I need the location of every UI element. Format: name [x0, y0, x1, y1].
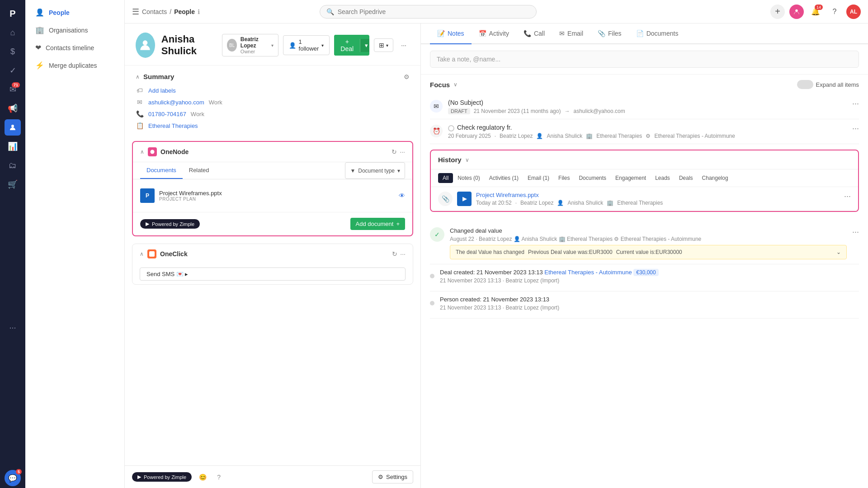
expand-icon[interactable]: ⌄ [836, 249, 841, 255]
avatar-icon[interactable] [789, 5, 804, 19]
deal-button-main[interactable]: + Deal [334, 35, 360, 56]
summary-chevron-icon[interactable]: ∧ [136, 74, 140, 80]
expand-toggle[interactable] [797, 80, 813, 89]
doc-name[interactable]: Project Wireframes.pptx [159, 190, 394, 197]
nav-organisations[interactable]: 🏢 Organisations [28, 22, 122, 38]
focus-email-more-icon[interactable]: ··· [852, 99, 859, 108]
oneclick-refresh-icon[interactable]: ↻ [392, 250, 397, 258]
sidebar-item-analytics[interactable]: 📊 [5, 138, 21, 155]
sidebar-item-marketplace[interactable]: 🛒 [5, 176, 21, 192]
sidebar-item-contacts[interactable] [5, 119, 21, 136]
sidebar-item-campaigns[interactable]: 📢 [5, 100, 21, 117]
add-button[interactable]: + [770, 5, 785, 19]
nav-people[interactable]: 👤 People [28, 4, 122, 21]
notifications-icon[interactable]: 🔔 14 [808, 5, 823, 19]
view-toggle-button[interactable]: ⊞ ▾ [374, 38, 393, 52]
sidebar-item-home[interactable]: ⌂ [5, 24, 21, 41]
follower-label: 1 follower [299, 38, 319, 52]
tab-activity[interactable]: 📅 Activity [472, 23, 516, 44]
eye-icon[interactable]: 👁 [399, 192, 405, 199]
refresh-icon[interactable]: ↻ [392, 148, 397, 155]
emoji-icon[interactable]: 😊 [196, 471, 209, 483]
focus-task-more-icon[interactable]: ··· [852, 124, 859, 133]
history-file-name[interactable]: Project Wireframes.pptx [476, 192, 840, 198]
hamburger-icon[interactable]: ☰ [132, 7, 139, 17]
history-filter-notes[interactable]: Notes (0) [453, 173, 484, 183]
nav-contacts-timeline[interactable]: ❤ Contacts timeline [28, 39, 122, 56]
add-document-button[interactable]: Add document + [350, 218, 405, 230]
sidebar-item-activities[interactable]: ✓ [5, 62, 21, 79]
email-link[interactable]: ashulick@yahoo.com [148, 99, 204, 106]
history-filter-files[interactable]: Files [554, 173, 574, 183]
history-filter-engagement[interactable]: Engagement [611, 173, 651, 183]
deal-created-link[interactable]: Ethereal Therapies - Autoimmune [544, 269, 632, 276]
organisation-link[interactable]: Ethereal Therapies [148, 122, 198, 129]
chat-icon[interactable]: 💬 5 [5, 470, 21, 486]
phone-icon: 📞 [136, 110, 144, 117]
help-circle-icon[interactable]: ? [212, 471, 225, 483]
deal-button[interactable]: + Deal ▾ [334, 35, 369, 56]
history-filter-all[interactable]: All [438, 173, 453, 183]
sidebar-item-mail[interactable]: ✉ 71 [5, 81, 21, 98]
onenode-plugin-card: ∧ OneNode ↻ ··· Documents Related ▼ [132, 141, 413, 236]
deal-change-more-icon[interactable]: ··· [852, 227, 859, 237]
tab-email[interactable]: ✉ Email [552, 23, 590, 44]
person-header-actions: BL Beatriz Lopez Owner ▾ 👤 1 follower ▾ … [222, 34, 410, 57]
history-file-more-icon[interactable]: ··· [844, 192, 851, 201]
powered-by-zimple[interactable]: ▶ Powered by Zimple [140, 219, 200, 229]
oneclick-chevron-icon[interactable]: ∧ [140, 251, 144, 257]
gear-icon: ⚙ [378, 474, 383, 480]
settings-button[interactable]: ⚙ Settings [372, 470, 413, 483]
user-avatar[interactable]: AL [846, 5, 861, 19]
sidebar-item-projects[interactable]: 🗂 [5, 157, 21, 174]
history-chevron-icon[interactable]: ∨ [465, 157, 469, 163]
sidebar-logo[interactable]: P [5, 5, 21, 22]
help-icon[interactable]: ? [827, 5, 842, 19]
search-input[interactable] [338, 8, 530, 15]
bottom-powered-by[interactable]: ▶ Powered by Zimple [132, 472, 192, 482]
summary-section: ∧ Summary ⚙ 🏷 Add labels ✉ ashulick@yaho… [125, 66, 420, 141]
deal-change-deal: Ethereal Therapies - Autoimmune [621, 236, 702, 242]
focus-chevron-icon[interactable]: ∨ [453, 81, 458, 88]
history-filter-activities[interactable]: Activities (1) [485, 173, 523, 183]
doc-type-button[interactable]: ▼ Document type ▾ [345, 162, 405, 179]
tab-files[interactable]: 📎 Files [590, 23, 629, 44]
expand-all[interactable]: Expand all items [797, 80, 859, 89]
add-labels-link[interactable]: Add labels [148, 87, 176, 94]
follower-chevron-icon: ▾ [321, 43, 324, 48]
onenode-body: P Project Wireframes.pptx PROJECT PLAN 👁 [133, 179, 412, 212]
history-filter-changelog[interactable]: Changelog [698, 173, 733, 183]
nav-merge-duplicates[interactable]: ⚡ Merge duplicates [28, 57, 122, 74]
history-filter-documents[interactable]: Documents [574, 173, 611, 183]
onenode-chevron-icon[interactable]: ∧ [140, 149, 144, 155]
more-options-button[interactable]: ··· [398, 38, 410, 52]
phone-link[interactable]: 01780-704167 [148, 111, 186, 117]
svg-point-3 [151, 150, 155, 154]
onenode-more-icon[interactable]: ··· [400, 148, 405, 155]
tab-call[interactable]: 📞 Call [516, 23, 552, 44]
tab-related[interactable]: Related [183, 162, 216, 179]
history-filter-leads[interactable]: Leads [651, 173, 675, 183]
history-filter-email[interactable]: Email (1) [523, 173, 554, 183]
oneclick-more-icon[interactable]: ··· [400, 250, 406, 258]
sidebar-item-deals[interactable]: $ [5, 43, 21, 60]
follower-button[interactable]: 👤 1 follower ▾ [283, 35, 330, 55]
owner-avatar: BL [227, 39, 236, 52]
settings-icon[interactable]: ⚙ [404, 73, 410, 80]
tab-documents[interactable]: Documents [140, 162, 183, 179]
breadcrumb-root[interactable]: Contacts [142, 8, 167, 15]
owner-box[interactable]: BL Beatriz Lopez Owner ▾ [222, 34, 278, 57]
summary-add-labels[interactable]: 🏷 Add labels [136, 87, 410, 94]
note-input[interactable]: Take a note, @name... [430, 51, 859, 68]
tab-documents[interactable]: 📄 Documents [629, 23, 686, 44]
send-sms-button[interactable]: Send SMS 💌 ▸ [140, 267, 406, 281]
tab-notes[interactable]: 📝 Notes [430, 23, 472, 44]
history-file-person: Anisha Shulick [567, 200, 603, 206]
sidebar-more[interactable]: ··· [5, 319, 21, 336]
search-box[interactable]: 🔍 [320, 5, 537, 19]
history-filter-deals[interactable]: Deals [675, 173, 698, 183]
info-icon[interactable]: ℹ [198, 8, 200, 15]
owner-chevron-icon: ▾ [271, 43, 274, 48]
focus-task-owner: Beatriz Lopez [500, 133, 533, 139]
deal-button-arrow[interactable]: ▾ [360, 39, 369, 52]
